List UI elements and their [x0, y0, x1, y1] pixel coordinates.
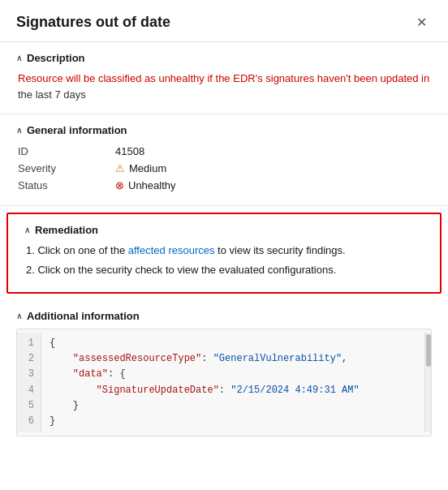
table-row-id: ID 41508 — [18, 143, 433, 160]
code-content: { "assessedResourceType": "GeneralVulner… — [41, 333, 424, 432]
line-num-4: 4 — [24, 383, 34, 398]
warning-icon: ⚠ — [115, 162, 125, 174]
remediation-label: Remediation — [35, 224, 98, 236]
severity-text: Medium — [129, 162, 166, 174]
code-line-2: "assessedResourceType": "GeneralVulnerab… — [50, 351, 416, 367]
line-num-5: 5 — [24, 398, 34, 414]
panel: Signatures out of date ✕ ∧ Description R… — [0, 0, 448, 448]
description-text: Resource will be classified as unhealthy… — [18, 71, 432, 102]
general-info-header[interactable]: ∧ General information — [16, 124, 432, 136]
description-text-part1: Resource will be classified as — [18, 72, 158, 84]
remediation-wrapper: ∧ Remediation 1. Click on one of the aff… — [0, 206, 448, 300]
additional-info-header[interactable]: ∧ Additional information — [16, 310, 432, 322]
severity-label: Severity — [18, 160, 115, 177]
error-icon: ⊗ — [115, 179, 124, 191]
code-block: 1 2 3 4 5 6 { "assessedResourceType": "G… — [16, 329, 432, 436]
description-section: ∧ Description Resource will be classifie… — [0, 42, 448, 114]
remediation-step-2: 2. Click on the security check to view t… — [26, 262, 424, 278]
line-num-2: 2 — [24, 351, 34, 367]
id-value: 41508 — [115, 143, 433, 160]
code-line-1: { — [50, 336, 416, 351]
remediation-header[interactable]: ∧ Remediation — [24, 224, 424, 236]
line-num-3: 3 — [24, 367, 34, 382]
code-line-4: "SignatureUpdateDate": "2/15/2024 4:49:3… — [50, 383, 416, 398]
description-text-part3: the last 7 days — [18, 88, 86, 101]
description-chevron-icon: ∧ — [16, 54, 22, 62]
severity-value: ⚠ Medium — [115, 160, 433, 177]
general-info-section: ∧ General information ID 41508 Severity … — [0, 114, 448, 206]
table-row-severity: Severity ⚠ Medium — [18, 160, 433, 177]
description-label: Description — [27, 52, 85, 64]
info-table: ID 41508 Severity ⚠ Medium Status ⊗ Unhe — [18, 143, 433, 194]
line-num-1: 1 — [24, 336, 34, 351]
description-text-highlight1: unhealthy — [158, 72, 204, 84]
remediation-list: 1. Click on one of the affected resource… — [26, 243, 424, 277]
status-text: Unhealthy — [128, 179, 176, 191]
remediation-step-1: 1. Click on one of the affected resource… — [26, 243, 424, 259]
panel-header: Signatures out of date ✕ — [0, 0, 448, 42]
close-button[interactable]: ✕ — [411, 13, 432, 32]
remediation-section: ∧ Remediation 1. Click on one of the aff… — [6, 213, 442, 294]
additional-info-section: ∧ Additional information 1 2 3 4 5 6 { "… — [0, 300, 448, 448]
additional-info-label: Additional information — [27, 310, 140, 322]
code-line-5: } — [50, 398, 416, 414]
status-value: ⊗ Unhealthy — [115, 177, 433, 194]
description-text-part2: if the EDR's signatures haven't been upd… — [205, 72, 429, 84]
code-line-6: } — [50, 414, 416, 429]
line-num-6: 6 — [24, 414, 34, 429]
remediation-link-1[interactable]: affected resources — [128, 244, 215, 256]
remediation-chevron-icon: ∧ — [24, 226, 30, 234]
scrollbar-thumb — [426, 334, 431, 367]
general-info-label: General information — [27, 124, 127, 136]
id-label: ID — [18, 143, 115, 160]
status-label: Status — [18, 177, 115, 194]
table-row-status: Status ⊗ Unhealthy — [18, 177, 433, 194]
panel-title: Signatures out of date — [16, 14, 170, 31]
additional-info-chevron-icon: ∧ — [16, 312, 22, 320]
code-line-3: "data": { — [50, 367, 416, 382]
description-header[interactable]: ∧ Description — [16, 52, 432, 64]
general-info-chevron-icon: ∧ — [16, 126, 22, 135]
line-numbers: 1 2 3 4 5 6 — [17, 333, 41, 432]
scrollbar[interactable] — [424, 333, 431, 432]
